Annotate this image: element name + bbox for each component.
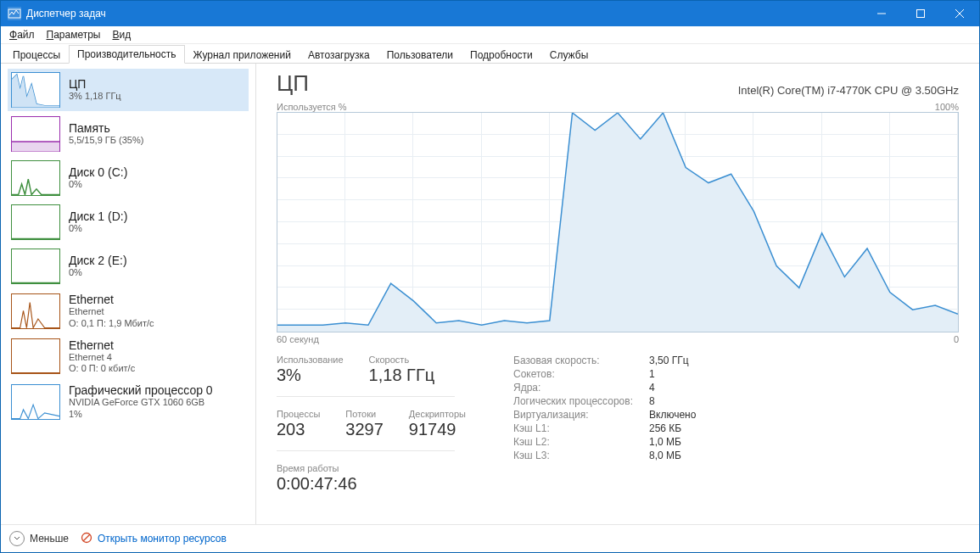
svg-rect-6 bbox=[12, 142, 59, 152]
sidebar-item-disk2[interactable]: Диск 2 (E:) 0% bbox=[8, 245, 249, 288]
body: ЦП 3% 1,18 ГГц Память 5,5/15,9 ГБ (35%) bbox=[1, 64, 979, 524]
open-resource-monitor-link[interactable]: Открыть монитор ресурсов bbox=[81, 532, 227, 546]
chart-bottom-left-label: 60 секунд bbox=[277, 334, 319, 344]
svg-rect-3 bbox=[917, 10, 925, 18]
hnd-value: 91749 bbox=[409, 419, 466, 440]
fewer-details-button[interactable]: Меньше bbox=[9, 531, 69, 546]
virt-v: Включено bbox=[649, 409, 696, 421]
sidebar[interactable]: ЦП 3% 1,18 ГГц Память 5,5/15,9 ГБ (35%) bbox=[1, 64, 255, 524]
sidebar-cpu-title: ЦП bbox=[69, 77, 121, 91]
l3-k: Кэш L3: bbox=[513, 450, 649, 461]
proc-value: 203 bbox=[277, 419, 320, 440]
menu-bar: Файл Параметры Вид bbox=[1, 26, 979, 44]
main-panel: ЦП Intel(R) Core(TM) i7-4770K CPU @ 3.50… bbox=[256, 64, 979, 524]
sidebar-disk0-title: Диск 0 (C:) bbox=[69, 165, 127, 179]
app-icon bbox=[8, 7, 21, 20]
tab-users[interactable]: Пользователи bbox=[378, 46, 462, 64]
cpu-chart[interactable] bbox=[277, 112, 959, 332]
sidebar-item-disk0[interactable]: Диск 0 (C:) 0% bbox=[8, 157, 249, 199]
thr-label: Потоки bbox=[345, 409, 384, 419]
sidebar-mem-title: Память bbox=[69, 121, 143, 135]
gpu-thumb-icon bbox=[11, 384, 60, 420]
window-title: Диспетчер задач bbox=[26, 8, 106, 20]
cores-v: 4 bbox=[649, 382, 655, 394]
l2-k: Кэш L2: bbox=[513, 436, 649, 448]
disk1-thumb-icon bbox=[11, 204, 60, 240]
sidebar-disk1-sub: 0% bbox=[69, 223, 127, 235]
sidebar-eth0-sub2: О: 0,1 П: 1,9 Мбит/с bbox=[69, 318, 154, 330]
uptime-label: Время работы bbox=[277, 463, 466, 473]
l2-v: 1,0 МБ bbox=[649, 436, 681, 448]
titlebar[interactable]: Диспетчер задач bbox=[1, 1, 979, 26]
sidebar-item-memory[interactable]: Память 5,5/15,9 ГБ (35%) bbox=[8, 113, 249, 155]
sidebar-item-ethernet0[interactable]: Ethernet Ethernet О: 0,1 П: 1,9 Мбит/с bbox=[8, 289, 249, 333]
cpu-model: Intel(R) Core(TM) i7-4770K CPU @ 3.50GHz bbox=[738, 84, 959, 97]
sidebar-item-gpu[interactable]: Графический процессор 0 NVIDIA GeForce G… bbox=[8, 380, 249, 424]
sockets-k: Сокетов: bbox=[513, 368, 649, 380]
sidebar-disk2-sub: 0% bbox=[69, 267, 127, 279]
lproc-v: 8 bbox=[649, 395, 655, 407]
sidebar-cpu-sub: 3% 1,18 ГГц bbox=[69, 91, 121, 103]
l1-k: Кэш L1: bbox=[513, 422, 649, 434]
chart-bottom-right-label: 0 bbox=[954, 334, 959, 344]
menu-file[interactable]: Файл bbox=[4, 27, 40, 42]
disk2-thumb-icon bbox=[11, 249, 60, 284]
tabs-bar: Процессы Производительность Журнал прило… bbox=[1, 44, 979, 64]
sidebar-disk1-title: Диск 1 (D:) bbox=[69, 209, 127, 223]
tab-details[interactable]: Подробности bbox=[462, 46, 541, 64]
util-label: Использование bbox=[277, 355, 344, 365]
close-button[interactable] bbox=[940, 1, 979, 26]
memory-thumb-icon bbox=[11, 116, 60, 152]
minimize-button[interactable] bbox=[862, 1, 901, 26]
sidebar-disk0-sub: 0% bbox=[69, 179, 127, 191]
tab-startup[interactable]: Автозагрузка bbox=[300, 46, 378, 64]
base-speed-v: 3,50 ГГц bbox=[649, 355, 689, 366]
svg-marker-11 bbox=[277, 113, 958, 332]
eth1-thumb-icon bbox=[11, 338, 60, 374]
util-value: 3% bbox=[277, 365, 344, 386]
tab-app-history[interactable]: Журнал приложений bbox=[185, 46, 300, 64]
sidebar-eth0-title: Ethernet bbox=[69, 293, 154, 306]
base-speed-k: Базовая скорость: bbox=[513, 355, 649, 366]
sidebar-eth0-sub1: Ethernet bbox=[69, 306, 154, 318]
sidebar-disk2-title: Диск 2 (E:) bbox=[69, 254, 127, 267]
speed-value: 1,18 ГГц bbox=[369, 365, 435, 386]
maximize-button[interactable] bbox=[901, 1, 940, 26]
sidebar-gpu-title: Графический процессор 0 bbox=[69, 383, 213, 397]
sidebar-mem-sub: 5,5/15,9 ГБ (35%) bbox=[69, 135, 143, 147]
task-manager-window: Диспетчер задач Файл Параметры Вид Проце… bbox=[0, 0, 980, 553]
tab-performance[interactable]: Производительность bbox=[69, 45, 184, 64]
lproc-k: Логических процессоров: bbox=[513, 395, 649, 407]
eth0-thumb-icon bbox=[11, 293, 60, 329]
menu-view[interactable]: Вид bbox=[107, 27, 136, 42]
cores-k: Ядра: bbox=[513, 382, 649, 394]
thr-value: 3297 bbox=[345, 419, 384, 440]
svg-line-13 bbox=[83, 534, 90, 541]
hnd-label: Дескрипторы bbox=[409, 409, 466, 419]
l1-v: 256 КБ bbox=[649, 422, 681, 434]
uptime-value: 0:00:47:46 bbox=[277, 473, 466, 494]
menu-options[interactable]: Параметры bbox=[42, 27, 106, 42]
sockets-v: 1 bbox=[649, 368, 655, 380]
sidebar-item-cpu[interactable]: ЦП 3% 1,18 ГГц bbox=[8, 69, 249, 111]
sidebar-eth1-title: Ethernet bbox=[69, 338, 135, 352]
cpu-thumb-icon bbox=[11, 72, 60, 108]
disk0-thumb-icon bbox=[11, 160, 60, 196]
sidebar-item-disk1[interactable]: Диск 1 (D:) 0% bbox=[8, 201, 249, 243]
sidebar-eth1-sub1: Ethernet 4 bbox=[69, 352, 135, 364]
chevron-down-icon bbox=[9, 531, 25, 546]
tab-services[interactable]: Службы bbox=[541, 46, 596, 64]
resource-monitor-icon bbox=[81, 532, 92, 546]
sidebar-eth1-sub2: О: 0 П: 0 кбит/с bbox=[69, 363, 135, 375]
speed-label: Скорость bbox=[369, 355, 435, 365]
sidebar-gpu-sub2: 1% bbox=[69, 409, 213, 421]
proc-label: Процессы bbox=[277, 409, 320, 419]
tab-processes[interactable]: Процессы bbox=[4, 46, 69, 64]
footer: Меньше Открыть монитор ресурсов bbox=[1, 524, 979, 552]
virt-k: Виртуализация: bbox=[513, 409, 649, 421]
l3-v: 8,0 МБ bbox=[649, 450, 681, 461]
sidebar-gpu-sub1: NVIDIA GeForce GTX 1060 6GB bbox=[69, 397, 213, 409]
chart-top-right-label: 100% bbox=[935, 102, 959, 112]
chart-top-left-label: Используется % bbox=[277, 102, 347, 112]
sidebar-item-ethernet1[interactable]: Ethernet Ethernet 4 О: 0 П: 0 кбит/с bbox=[8, 335, 249, 379]
